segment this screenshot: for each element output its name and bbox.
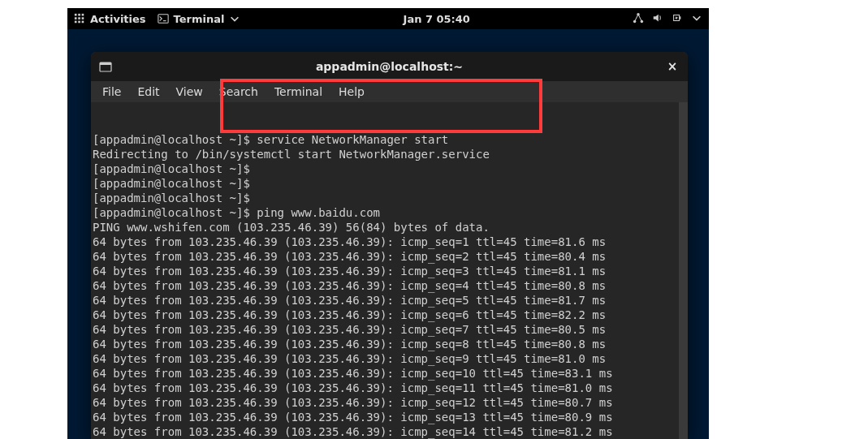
menu-help[interactable]: Help xyxy=(332,84,371,100)
chevron-down-icon xyxy=(229,13,240,24)
top-app-label: Terminal xyxy=(174,13,225,25)
desktop: Activities Terminal Jan 7 05:40 xyxy=(67,8,709,439)
svg-rect-7 xyxy=(78,21,80,24)
close-icon: × xyxy=(667,59,678,74)
svg-rect-1 xyxy=(78,14,80,16)
network-icon[interactable] xyxy=(633,12,644,26)
svg-rect-0 xyxy=(75,14,77,16)
app-grid-icon xyxy=(74,13,85,24)
close-button[interactable]: × xyxy=(665,59,680,74)
svg-rect-6 xyxy=(75,21,77,24)
chevron-down-icon xyxy=(691,12,702,26)
svg-rect-3 xyxy=(75,17,77,19)
battery-icon[interactable] xyxy=(672,12,683,26)
terminal-icon xyxy=(158,13,169,24)
clock[interactable]: Jan 7 05:40 xyxy=(404,13,470,25)
menu-terminal[interactable]: Terminal xyxy=(268,84,329,100)
terminal-window: appadmin@localhost:~ × File Edit View Se… xyxy=(91,52,688,439)
svg-rect-2 xyxy=(82,14,84,16)
top-bar: Activities Terminal Jan 7 05:40 xyxy=(67,8,709,29)
window-title: appadmin@localhost:~ xyxy=(316,60,463,73)
menu-view[interactable]: View xyxy=(170,84,209,100)
titlebar[interactable]: appadmin@localhost:~ × xyxy=(91,52,688,81)
volume-icon[interactable] xyxy=(652,12,663,26)
menu-file[interactable]: File xyxy=(96,84,127,100)
activities-button[interactable]: Activities xyxy=(74,13,146,25)
scrollbar[interactable] xyxy=(679,102,688,439)
svg-rect-4 xyxy=(78,17,80,19)
activities-label: Activities xyxy=(90,13,146,25)
system-tray[interactable] xyxy=(633,12,702,26)
menu-search[interactable]: Search xyxy=(213,84,265,100)
new-tab-button[interactable] xyxy=(99,60,112,73)
top-app-button[interactable]: Terminal xyxy=(158,13,241,25)
svg-rect-8 xyxy=(82,21,84,24)
svg-rect-5 xyxy=(82,17,84,19)
terminal-output[interactable]: [appadmin@localhost ~]$ service NetworkM… xyxy=(91,102,688,439)
svg-rect-14 xyxy=(680,16,681,19)
svg-rect-16 xyxy=(100,62,111,65)
menubar: File Edit View Search Terminal Help xyxy=(91,81,688,102)
menu-edit[interactable]: Edit xyxy=(131,84,166,100)
svg-rect-9 xyxy=(158,15,167,24)
